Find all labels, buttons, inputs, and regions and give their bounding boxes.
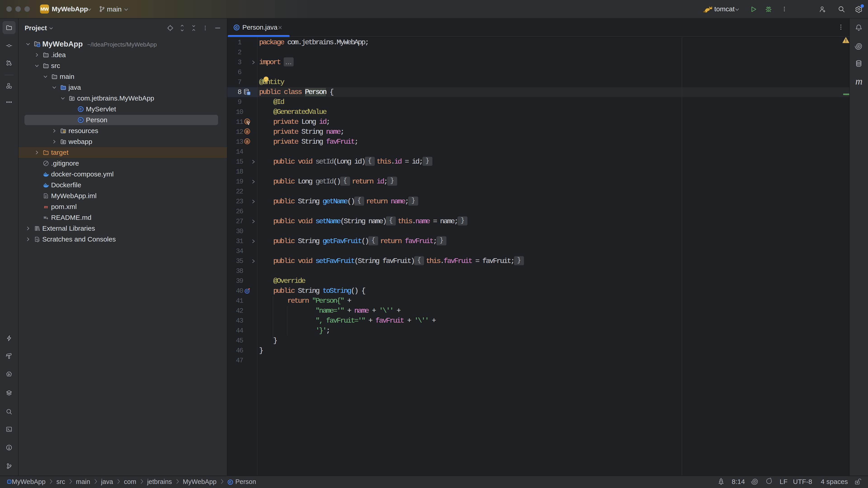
- svg-text:C: C: [229, 480, 231, 484]
